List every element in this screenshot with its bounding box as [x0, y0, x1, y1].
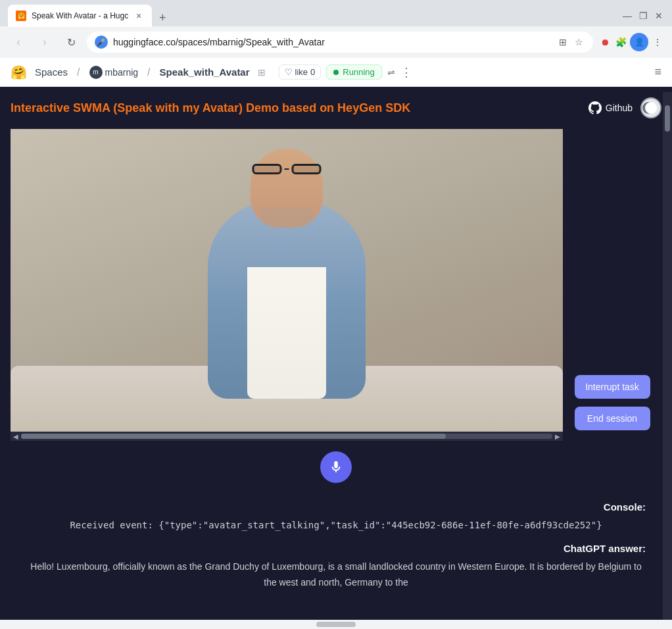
video-scrollbar[interactable]: ◀ ▶ [11, 432, 563, 441]
hf-logo: 🤗 [11, 64, 27, 80]
active-tab[interactable]: 🤗 Speak With Avatar - a Hugc × [8, 5, 152, 27]
minimize-button[interactable]: — [622, 11, 633, 21]
vertical-scrollbar[interactable] [663, 92, 672, 629]
mic-icon: 🎤 [95, 36, 108, 49]
address-icons: ⊞ ☆ [556, 36, 585, 49]
app-container: Interactive SWMA (Speak with my Avatar) … [0, 87, 672, 629]
horizontal-scrollbar-bottom[interactable] [0, 620, 672, 629]
tab-strip: 🤗 Speak With Avatar - a Hugc × + [8, 5, 617, 27]
like-label: like [295, 67, 308, 77]
app-header: Interactive SWMA (Speak with my Avatar) … [11, 97, 661, 118]
microphone-button[interactable] [320, 451, 352, 483]
microphone-icon [329, 460, 343, 474]
hf-actions: ♡ like 0 Running ⇌ ⋮ [279, 64, 412, 80]
theme-dot [645, 102, 657, 114]
github-label: Github [606, 103, 633, 113]
like-button[interactable]: ♡ like 0 [279, 64, 322, 80]
video-container: ◀ ▶ [11, 129, 563, 441]
more-button[interactable]: ⋮ [400, 65, 412, 80]
profile-avatar[interactable]: 👤 [630, 33, 648, 51]
close-button[interactable]: ✕ [654, 11, 664, 21]
browser-menu-icons: ⏺ 🧩 👤 ⋮ [598, 33, 664, 51]
like-count: 0 [310, 67, 315, 77]
separator: / [77, 66, 80, 78]
chatgpt-label: ChatGPT answer: [26, 543, 646, 554]
sync-icon[interactable]: ⇌ [387, 67, 395, 78]
console-text: Received event: {"type":"avatar_start_ta… [26, 518, 646, 532]
title-bar: 🤗 Speak With Avatar - a Hugc × + — ❐ ✕ [0, 0, 672, 26]
scroll-right-arrow[interactable]: ▶ [555, 433, 560, 440]
navigation-bar: ‹ › ↻ 🎤 huggingface.co/spaces/mbarnig/Sp… [0, 26, 672, 58]
hamburger-menu[interactable]: ≡ [654, 65, 661, 79]
status-label: Running [343, 67, 374, 77]
back-button[interactable]: ‹ [8, 32, 29, 53]
end-session-button[interactable]: End session [575, 407, 650, 430]
status-dot [333, 70, 339, 75]
interrupt-task-button[interactable]: Interrupt task [575, 375, 650, 399]
tab-favicon: 🤗 [16, 11, 26, 21]
console-label: Console: [26, 501, 646, 513]
scroll-track [21, 434, 552, 439]
console-section: Console: Received event: {"type":"avatar… [11, 493, 661, 599]
window-controls: — ❐ ✕ [622, 11, 664, 21]
sep2: / [147, 66, 150, 78]
github-icon [588, 101, 602, 114]
extensions-icon[interactable]: 🧩 [614, 36, 627, 49]
forward-button[interactable]: › [34, 32, 55, 53]
refresh-button[interactable]: ↻ [60, 32, 82, 53]
browser-menu-button[interactable]: ⋮ [651, 36, 664, 49]
owner-name: mbarnig [105, 67, 139, 78]
owner-avatar: m [89, 66, 103, 79]
vertical-scroll-thumb [665, 105, 670, 132]
url-text: huggingface.co/spaces/mbarnig/Speak_with… [113, 37, 551, 47]
video-section: ◀ ▶ Interrupt task End session [11, 129, 661, 441]
mic-section [11, 441, 661, 493]
bookmark-icon[interactable]: ☆ [572, 36, 585, 49]
new-tab-button[interactable]: + [153, 9, 172, 27]
tab-title: Speak With Avatar - a Hugc [32, 11, 128, 20]
horizontal-scroll-thumb [316, 622, 356, 627]
record-icon[interactable]: ⏺ [598, 36, 612, 49]
repo-name[interactable]: Speak_with_Avatar [160, 66, 250, 78]
owner-info: m mbarnig [89, 66, 139, 79]
avatar-video [11, 129, 563, 432]
huggingface-toolbar: 🤗 Spaces / m mbarnig / Speak_with_Avatar… [0, 58, 672, 87]
tab-close-button[interactable]: × [133, 11, 144, 21]
github-button[interactable]: Github [588, 101, 633, 114]
scroll-thumb [21, 434, 446, 439]
app-title: Interactive SWMA (Speak with my Avatar) … [11, 101, 410, 115]
scroll-left-arrow[interactable]: ◀ [13, 433, 18, 440]
theme-toggle-button[interactable] [640, 97, 661, 118]
heart-icon: ♡ [285, 67, 293, 77]
spaces-label[interactable]: Spaces [35, 66, 68, 78]
app-header-right: Github [588, 97, 661, 118]
address-bar[interactable]: 🎤 huggingface.co/spaces/mbarnig/Speak_wi… [87, 32, 593, 53]
copy-repo-icon[interactable]: ⊞ [258, 67, 266, 78]
chatgpt-text: Hello! Luxembourg, officially known as t… [26, 559, 646, 591]
running-status: Running [326, 64, 381, 80]
maximize-button[interactable]: ❐ [638, 11, 648, 21]
translate-icon[interactable]: ⊞ [556, 36, 569, 49]
video-right-panel: Interrupt task End session [563, 129, 661, 441]
